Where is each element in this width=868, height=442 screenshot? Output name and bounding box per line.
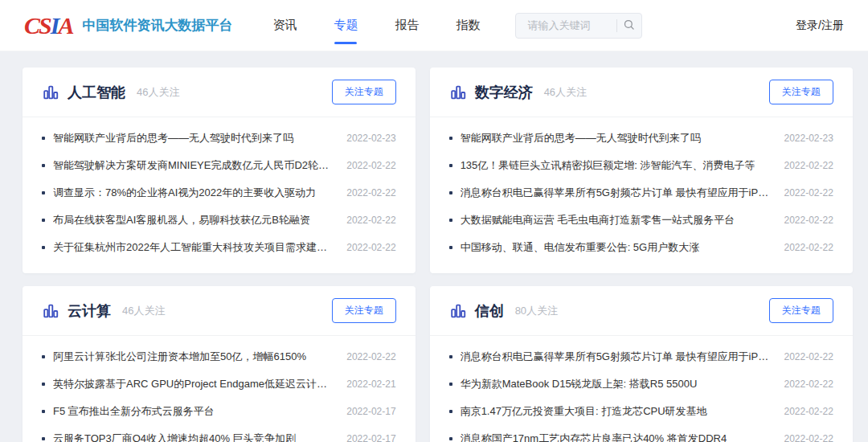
top-bar: CSIA 中国软件资讯大数据平台 资讯 专题 报告 指数 登录/注册 <box>0 0 868 51</box>
topic-card-header: 信创 80人关注 关注专题 <box>430 286 853 336</box>
article-row[interactable]: F5 宣布推出全新分布式云服务平台 2022-02-17 <box>42 398 396 425</box>
article-date: 2022-02-23 <box>784 133 833 144</box>
article-date: 2022-02-22 <box>346 351 395 362</box>
search-input[interactable] <box>526 18 613 32</box>
topic-title[interactable]: 数字经济 <box>475 83 533 102</box>
article-title[interactable]: 消息称台积电已赢得苹果所有5G射频芯片订单 最快有望应用于iPhone 14 <box>461 350 772 364</box>
article-title[interactable]: 南京1.47万亿元投资重大项目: 打造龙芯CPU研发基地 <box>461 404 772 419</box>
article-row[interactable]: 关于征集杭州市2022年人工智能重大科技攻关项目需求建议的通知 2022-02-… <box>42 234 396 261</box>
article-list: 智能网联产业背后的思考——无人驾驶时代到来了吗 2022-02-23 智能驾驶解… <box>23 117 416 273</box>
bullet-icon <box>449 410 452 413</box>
bullet-icon <box>42 219 45 222</box>
article-date: 2022-02-22 <box>784 351 833 362</box>
article-title[interactable]: 布局在线获客型AI客服机器人，易聊科技获亿元B轮融资 <box>53 213 334 227</box>
search-box <box>515 13 642 39</box>
article-title[interactable]: 英特尔披露基于ARC GPU的Project Endgame低延迟云计算平台 <box>53 377 334 391</box>
article-date: 2022-02-17 <box>346 433 395 442</box>
article-title[interactable]: 消息称台积电已赢得苹果所有5G射频芯片订单 最快有望应用于iPhone 14 <box>461 186 772 200</box>
article-title[interactable]: 调查显示：78%的企业将AI视为2022年的主要收入驱动力 <box>53 186 334 200</box>
article-title[interactable]: 135亿！果链巨头立讯精密拟巨额定增: 涉智能汽车、消费电子等 <box>461 158 772 173</box>
article-list: 消息称台积电已赢得苹果所有5G射频芯片订单 最快有望应用于iPhone 14 2… <box>430 336 853 442</box>
article-title[interactable]: 智能网联产业背后的思考——无人驾驶时代到来了吗 <box>53 131 334 145</box>
article-title[interactable]: 阿里云计算张北公司注册资本增加至50亿，增幅6150% <box>53 350 334 364</box>
article-row[interactable]: 华为新款MateBook D15锐龙版上架: 搭载R5 5500U 2022-0… <box>449 370 833 398</box>
article-date: 2022-02-22 <box>346 160 395 171</box>
follow-topic-button[interactable]: 关注专题 <box>769 298 833 323</box>
article-row[interactable]: 调查显示：78%的企业将AI视为2022年的主要收入驱动力 2022-02-22 <box>42 179 396 207</box>
article-date: 2022-02-23 <box>346 133 395 144</box>
article-row[interactable]: 大数据赋能电商运营 毛毛虫电商打造新零售一站式服务平台 2022-02-22 <box>449 207 833 234</box>
bar-chart-icon <box>449 84 467 101</box>
article-title[interactable]: 大数据赋能电商运营 毛毛虫电商打造新零售一站式服务平台 <box>461 213 772 227</box>
search-icon <box>623 18 635 33</box>
bar-chart-icon <box>42 302 59 320</box>
login-register-link[interactable]: 登录/注册 <box>796 18 844 33</box>
topic-followers: 46人关注 <box>137 85 179 100</box>
article-date: 2022-02-22 <box>784 379 833 390</box>
topic-title[interactable]: 信创 <box>475 301 504 321</box>
article-row[interactable]: 阿里云计算张北公司注册资本增加至50亿，增幅6150% 2022-02-22 <box>42 343 396 370</box>
nav-item-index[interactable]: 指数 <box>454 13 481 38</box>
article-row[interactable]: 消息称台积电已赢得苹果所有5G射频芯片订单 最快有望应用于iPhone 14 2… <box>449 179 833 207</box>
topic-title[interactable]: 人工智能 <box>68 83 125 102</box>
search-divider <box>616 19 617 32</box>
article-date: 2022-02-22 <box>346 215 395 226</box>
search-button[interactable] <box>623 18 635 33</box>
article-title[interactable]: 智能网联产业背后的思考——无人驾驶时代到来了吗 <box>461 131 772 145</box>
article-row[interactable]: 135亿！果链巨头立讯精密拟巨额定增: 涉智能汽车、消费电子等 2022-02-… <box>449 152 833 179</box>
article-row[interactable]: 消息称台积电已赢得苹果所有5G射频芯片订单 最快有望应用于iPhone 14 2… <box>449 343 833 370</box>
nav-item-topics[interactable]: 专题 <box>332 13 359 38</box>
bullet-icon <box>449 355 452 358</box>
follow-topic-button[interactable]: 关注专题 <box>769 80 833 104</box>
article-row[interactable]: 智能网联产业背后的思考——无人驾驶时代到来了吗 2022-02-23 <box>449 125 833 152</box>
article-date: 2022-02-22 <box>784 242 833 253</box>
article-date: 2022-02-22 <box>784 187 833 198</box>
article-title[interactable]: F5 宣布推出全新分布式云服务平台 <box>53 404 334 419</box>
article-date: 2022-02-17 <box>346 406 395 417</box>
article-date: 2022-02-22 <box>346 187 395 198</box>
bullet-icon <box>42 383 45 386</box>
article-date: 2022-02-22 <box>784 215 833 226</box>
topics-grid: 人工智能 46人关注 关注专题 智能网联产业背后的思考——无人驾驶时代到来了吗 … <box>0 51 868 442</box>
topic-title[interactable]: 云计算 <box>68 301 111 321</box>
article-list: 阿里云计算张北公司注册资本增加至50亿，增幅6150% 2022-02-22 英… <box>23 336 416 442</box>
follow-topic-button[interactable]: 关注专题 <box>332 298 396 323</box>
bullet-icon <box>42 355 45 358</box>
bullet-icon <box>42 191 45 194</box>
topic-card-xinchuang: 信创 80人关注 关注专题 消息称台积电已赢得苹果所有5G射频芯片订单 最快有望… <box>430 286 853 442</box>
bullet-icon <box>42 437 45 440</box>
bullet-icon <box>42 137 45 140</box>
article-date: 2022-02-22 <box>346 242 395 253</box>
bullet-icon <box>449 383 452 386</box>
nav-item-reports[interactable]: 报告 <box>393 13 420 38</box>
main-nav: 资讯 专题 报告 指数 <box>271 0 481 51</box>
article-row[interactable]: 智能网联产业背后的思考——无人驾驶时代到来了吗 2022-02-23 <box>42 125 396 152</box>
topic-card-header: 人工智能 46人关注 关注专题 <box>23 68 416 117</box>
article-row[interactable]: 消息称国产17nm工艺内存芯片良率已达40% 将首发DDR4 2022-02-2… <box>449 425 833 442</box>
article-title[interactable]: 云服务TOP3厂商Q4收入增速均超40% 巨头竞争加剧 <box>53 432 334 442</box>
bar-chart-icon <box>449 302 467 320</box>
article-row[interactable]: 英特尔披露基于ARC GPU的Project Endgame低延迟云计算平台 2… <box>42 370 396 398</box>
article-row[interactable]: 布局在线获客型AI客服机器人，易聊科技获亿元B轮融资 2022-02-22 <box>42 207 396 234</box>
csia-logo[interactable]: CSIA <box>24 14 72 38</box>
article-title[interactable]: 智能驾驶解决方案研发商MINIEYE完成数亿元人民币D2轮融资 <box>53 158 334 173</box>
article-row[interactable]: 中国移动、联通、电信发布重要公告: 5G用户数大涨 2022-02-22 <box>449 234 833 261</box>
article-date: 2022-02-21 <box>346 379 395 390</box>
article-row[interactable]: 南京1.47万亿元投资重大项目: 打造龙芯CPU研发基地 2022-02-22 <box>449 398 833 425</box>
bullet-icon <box>449 219 452 222</box>
bullet-icon <box>42 246 45 249</box>
article-title[interactable]: 关于征集杭州市2022年人工智能重大科技攻关项目需求建议的通知 <box>53 240 334 255</box>
article-row[interactable]: 智能驾驶解决方案研发商MINIEYE完成数亿元人民币D2轮融资 2022-02-… <box>42 152 396 179</box>
site-title: 中国软件资讯大数据平台 <box>82 16 232 35</box>
article-title[interactable]: 中国移动、联通、电信发布重要公告: 5G用户数大涨 <box>461 240 772 255</box>
article-row[interactable]: 云服务TOP3厂商Q4收入增速均超40% 巨头竞争加剧 2022-02-17 <box>42 425 396 442</box>
logo-part-1: CS <box>24 12 51 39</box>
bullet-icon <box>449 137 452 140</box>
article-title[interactable]: 华为新款MateBook D15锐龙版上架: 搭载R5 5500U <box>461 377 772 391</box>
nav-item-news[interactable]: 资讯 <box>271 13 298 38</box>
article-title[interactable]: 消息称国产17nm工艺内存芯片良率已达40% 将首发DDR4 <box>461 432 772 442</box>
topic-card-digital-economy: 数字经济 46人关注 关注专题 智能网联产业背后的思考——无人驾驶时代到来了吗 … <box>430 68 853 273</box>
follow-topic-button[interactable]: 关注专题 <box>332 80 396 104</box>
topic-card-header: 云计算 46人关注 关注专题 <box>23 286 416 336</box>
bullet-icon <box>449 246 452 249</box>
